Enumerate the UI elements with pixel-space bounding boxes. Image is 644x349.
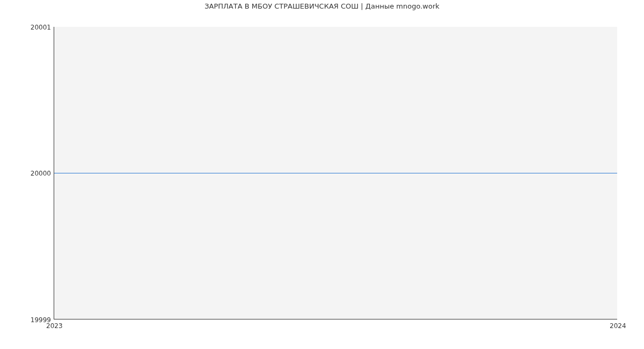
x-tick-0: 2023 (46, 322, 63, 330)
chart-title: ЗАРПЛАТА В МБОУ СТРАШЕВИЧСКАЯ СОШ | Данн… (0, 2, 644, 10)
y-tick-1: 20000 (31, 170, 51, 177)
x-tick-1: 2024 (610, 322, 626, 330)
plot-area (54, 27, 617, 319)
y-tick-2: 20001 (31, 24, 51, 31)
chart-container: ЗАРПЛАТА В МБОУ СТРАШЕВИЧСКАЯ СОШ | Данн… (0, 0, 644, 349)
series-line (54, 173, 617, 173)
